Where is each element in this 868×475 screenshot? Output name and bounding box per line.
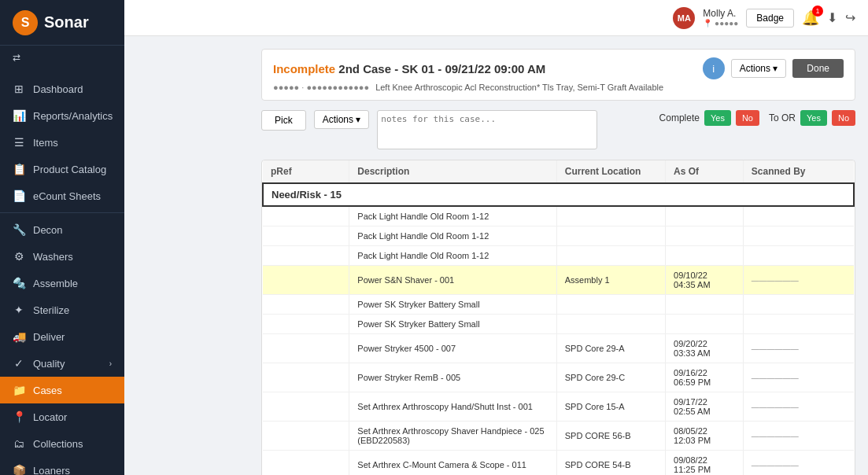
cell-desc: Set Arthrex Arthroscopy Hand/Shutt Inst … xyxy=(349,392,556,422)
sidebar-label-product-catalog: Product Catalog xyxy=(33,164,106,175)
cell-scan: —————— xyxy=(743,422,854,451)
locator-icon: 📍 xyxy=(13,411,25,423)
info-button[interactable]: i xyxy=(703,57,725,79)
table-row: Pack Light Handle Old Room 1-12 xyxy=(263,246,854,266)
cell-pref xyxy=(263,266,349,295)
col-header-asof: As Of xyxy=(666,160,744,183)
cases-icon: 📁 xyxy=(13,384,25,396)
cell-desc: Pack Light Handle Old Room 1-12 xyxy=(349,206,556,226)
to-or-no-button[interactable]: No xyxy=(832,110,855,126)
main-content: Incomplete 2nd Case - SK 01 - 09/21/22 0… xyxy=(249,36,868,475)
quality-icon: ✓ xyxy=(13,357,25,370)
cell-loc: SPD Core 29-A xyxy=(556,334,665,363)
sidebar-nav: ⊞ Dashboard 📊 Reports/Analytics ☰ Items … xyxy=(0,69,124,475)
sidebar-item-items[interactable]: ☰ Items xyxy=(0,129,124,156)
deliver-icon: 🚚 xyxy=(13,330,25,343)
cell-scan xyxy=(743,295,854,315)
avatar: MA xyxy=(673,7,695,29)
complete-label: Complete xyxy=(659,112,700,123)
sidebar-item-decon[interactable]: 🔧 Decon xyxy=(0,216,124,243)
reports-icon: 📊 xyxy=(13,109,25,122)
col-header-desc: Description xyxy=(349,160,556,183)
sidebar-item-reports[interactable]: 📊 Reports/Analytics xyxy=(0,102,124,129)
logo: S Sonar xyxy=(0,0,124,46)
actions-dropdown-button[interactable]: Actions ▾ xyxy=(731,59,787,78)
cell-scan xyxy=(743,246,854,266)
download-icon[interactable]: ⬇ xyxy=(827,10,837,25)
cell-loc: SPD Core 29-C xyxy=(556,363,665,392)
cell-asof: 09/16/2206:59 PM xyxy=(666,363,744,392)
sidebar-item-quality[interactable]: ✓ Quality › xyxy=(0,350,124,377)
notification-badge: 1 xyxy=(812,6,823,17)
sidebar-item-sterilize[interactable]: ✦ Sterilize xyxy=(0,296,124,323)
table-row: Pack Light Handle Old Room 1-12 xyxy=(263,206,854,226)
complete-yes-button[interactable]: Yes xyxy=(704,110,731,126)
case-title-text: Incomplete 2nd Case - SK 01 - 09/21/22 0… xyxy=(273,62,545,75)
to-or-yes-button[interactable]: Yes xyxy=(800,110,827,126)
sidebar-item-locator[interactable]: 📍 Locator xyxy=(0,403,124,430)
sidebar-label-washers: Washers xyxy=(33,251,73,263)
sidebar-item-collections[interactable]: 🗂 Collections xyxy=(0,430,124,457)
assemble-icon: 🔩 xyxy=(13,277,25,289)
cell-asof: 08/05/2212:03 PM xyxy=(666,422,744,451)
cell-asof: 09/20/2203:33 AM xyxy=(666,334,744,363)
table-row: Set Arthrex Arthroscopy Hand/Shutt Inst … xyxy=(263,392,854,422)
cell-desc: Pack Light Handle Old Room 1-12 xyxy=(349,246,556,266)
decon-icon: 🔧 xyxy=(13,223,25,236)
cell-pref xyxy=(263,334,349,363)
badge-button[interactable]: Badge xyxy=(746,9,794,28)
sidebar-label-quality: Quality xyxy=(33,358,65,370)
cell-asof xyxy=(666,206,744,226)
sidebar: S Sonar ⇄ ⊞ Dashboard 📊 Reports/Analytic… xyxy=(0,0,124,475)
cell-scan: —————— xyxy=(743,392,854,422)
user-location: 📍 ●●●●● xyxy=(703,19,738,28)
washers-icon: ⚙ xyxy=(13,250,25,263)
complete-no-button[interactable]: No xyxy=(736,110,759,126)
collections-icon: 🗂 xyxy=(13,437,25,450)
case-id: ●●●●● · ●●●●●●●●●●●● xyxy=(273,83,369,92)
cell-scan xyxy=(743,206,854,226)
sidebar-item-assemble[interactable]: 🔩 Assemble xyxy=(0,270,124,296)
sidebar-item-product-catalog[interactable]: 📋 Product Catalog xyxy=(0,156,124,182)
cell-desc: Power Stryker RemB - 005 xyxy=(349,363,556,392)
sidebar-item-dashboard[interactable]: ⊞ Dashboard xyxy=(0,75,124,102)
done-button[interactable]: Done xyxy=(792,59,844,78)
pick-button[interactable]: Pick xyxy=(261,110,306,131)
to-or-label: To OR xyxy=(769,112,796,123)
cell-loc: Assembly 1 xyxy=(556,266,665,295)
cell-pref xyxy=(263,206,349,226)
section-header-row: Need/Risk - 15 xyxy=(263,183,854,206)
sidebar-item-cases[interactable]: 📁 Cases xyxy=(0,377,124,403)
items-icon: ☰ xyxy=(13,136,25,149)
col-header-scan: Scanned By xyxy=(743,160,854,183)
notification-icon[interactable]: 🔔 1 xyxy=(802,9,819,27)
swap-icon: ⇄ xyxy=(13,52,20,63)
items-table: pRef Description Current Location As Of … xyxy=(262,160,855,475)
cell-pref xyxy=(263,246,349,266)
cell-asof: 09/10/2204:35 AM xyxy=(666,266,744,295)
scanned-by: —————— xyxy=(752,344,799,353)
notes-input[interactable] xyxy=(377,110,597,149)
scanned-by: —————— xyxy=(752,403,799,411)
sidebar-item-loaners[interactable]: 📦 Loaners xyxy=(0,457,124,475)
table-row: Power Stryker 4500 - 007 SPD Core 29-A 0… xyxy=(263,334,854,363)
sidebar-item-washers[interactable]: ⚙ Washers xyxy=(0,243,124,270)
complete-section: Complete Yes No To OR Yes No xyxy=(659,110,855,126)
sidebar-label-reports: Reports/Analytics xyxy=(33,110,113,122)
sidebar-swap[interactable]: ⇄ xyxy=(0,46,124,69)
cell-pref xyxy=(263,363,349,392)
sidebar-item-deliver[interactable]: 🚚 Deliver xyxy=(0,323,124,350)
case-info-row: ●●●●● · ●●●●●●●●●●●● Left Knee Arthrosco… xyxy=(273,83,844,92)
scanned-by: —————— xyxy=(752,276,799,285)
sidebar-label-ecount: eCount Sheets xyxy=(33,190,101,202)
loaners-icon: 📦 xyxy=(13,464,25,475)
sidebar-item-ecount[interactable]: 📄 eCount Sheets xyxy=(0,182,124,209)
cell-asof xyxy=(666,315,744,334)
cell-pref xyxy=(263,295,349,315)
logout-icon[interactable]: ↪ xyxy=(845,10,855,25)
cell-desc: Power SK Stryker Battery Small xyxy=(349,295,556,315)
sidebar-label-items: Items xyxy=(33,137,58,149)
toolbar-actions-button[interactable]: Actions ▾ xyxy=(314,110,370,129)
table-row: Power SK Stryker Battery Small xyxy=(263,315,854,334)
table-row: Set Arthrex C-Mount Camera & Scope - 011… xyxy=(263,451,854,476)
